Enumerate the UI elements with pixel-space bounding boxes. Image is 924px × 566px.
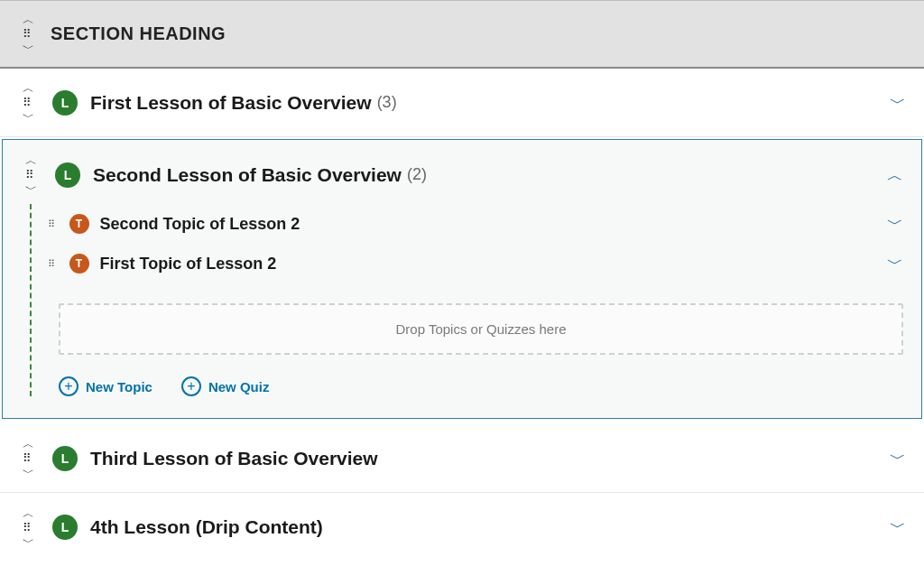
drop-zone[interactable]: Drop Topics or Quizzes here bbox=[59, 303, 903, 355]
lesson-badge-icon: L bbox=[52, 515, 78, 540]
drag-handle-icon[interactable]: ⠿ bbox=[23, 97, 33, 108]
drag-handle-icon[interactable]: ⠿ bbox=[25, 169, 36, 181]
new-topic-button[interactable]: + New Topic bbox=[59, 376, 152, 396]
tree-line bbox=[30, 204, 32, 396]
action-row: + New Topic + New Quiz bbox=[41, 371, 903, 396]
expand-toggle-icon[interactable]: ﹀ bbox=[887, 253, 903, 274]
expand-toggle-icon[interactable]: ﹀ bbox=[890, 448, 906, 469]
lesson-row[interactable]: ︿ ⠿ ﹀ L First Lesson of Basic Overview (… bbox=[0, 69, 924, 137]
lesson-body: ⠿ T Second Topic of Lesson 2 ﹀ ⠿ T First… bbox=[3, 204, 921, 418]
section-heading-row: ︿ ⠿ ﹀ SECTION HEADING bbox=[0, 0, 924, 69]
reorder-controls: ︿ ⠿ ﹀ bbox=[15, 154, 46, 195]
chevron-down-icon[interactable]: ﹀ bbox=[25, 183, 37, 195]
lesson-title: First Lesson of Basic Overview bbox=[90, 92, 372, 114]
expand-toggle-icon[interactable]: ﹀ bbox=[890, 92, 906, 114]
topic-title: First Topic of Lesson 2 bbox=[100, 255, 277, 274]
section-heading-label: SECTION HEADING bbox=[51, 23, 226, 44]
chevron-up-icon[interactable]: ︿ bbox=[23, 82, 34, 94]
lesson-count: (2) bbox=[407, 165, 427, 184]
reorder-controls: ︿ ⠿ ﹀ bbox=[13, 438, 43, 478]
chevron-up-icon[interactable]: ︿ bbox=[23, 14, 34, 25]
topic-badge-icon: T bbox=[69, 254, 89, 274]
reorder-controls: ︿ ⠿ ﹀ bbox=[13, 507, 43, 548]
drag-handle-icon[interactable]: ⠿ bbox=[48, 218, 57, 230]
lesson-row[interactable]: ︿ ⠿ ﹀ L 4th Lesson (Drip Content) ﹀ bbox=[0, 493, 924, 561]
expand-toggle-icon[interactable]: ﹀ bbox=[887, 213, 903, 235]
chevron-up-icon[interactable]: ︿ bbox=[25, 154, 37, 166]
chevron-down-icon[interactable]: ﹀ bbox=[23, 467, 34, 478]
lesson-badge-icon: L bbox=[55, 162, 80, 188]
lesson-header[interactable]: ︿ ⠿ ﹀ L Second Lesson of Basic Overview … bbox=[3, 140, 921, 204]
lesson-title: Second Lesson of Basic Overview bbox=[93, 164, 402, 186]
chevron-up-icon[interactable]: ︿ bbox=[23, 507, 34, 519]
reorder-controls: ︿ ⠿ ﹀ bbox=[13, 82, 43, 123]
drag-handle-icon[interactable]: ⠿ bbox=[23, 28, 33, 40]
collapse-toggle-icon[interactable]: ︿ bbox=[887, 164, 903, 186]
new-topic-label: New Topic bbox=[86, 379, 152, 394]
chevron-down-icon[interactable]: ﹀ bbox=[23, 536, 34, 548]
lesson-row[interactable]: ︿ ⠿ ﹀ L Third Lesson of Basic Overview ﹀ bbox=[0, 424, 924, 493]
plus-circle-icon: + bbox=[59, 376, 79, 396]
expand-toggle-icon[interactable]: ﹀ bbox=[890, 516, 906, 538]
lesson-title: 4th Lesson (Drip Content) bbox=[90, 516, 323, 538]
lesson-title: Third Lesson of Basic Overview bbox=[90, 448, 378, 469]
drag-handle-icon[interactable]: ⠿ bbox=[23, 452, 33, 464]
topic-title: Second Topic of Lesson 2 bbox=[100, 215, 300, 234]
new-quiz-button[interactable]: + New Quiz bbox=[181, 376, 270, 396]
drag-handle-icon[interactable]: ⠿ bbox=[48, 258, 57, 270]
lesson-count: (3) bbox=[377, 93, 397, 112]
new-quiz-label: New Quiz bbox=[208, 379, 270, 394]
lesson-badge-icon: L bbox=[52, 90, 78, 116]
lesson-badge-icon: L bbox=[52, 446, 78, 471]
lesson-row-expanded: ︿ ⠿ ﹀ L Second Lesson of Basic Overview … bbox=[2, 139, 922, 419]
topic-row[interactable]: ⠿ T First Topic of Lesson 2 ﹀ bbox=[41, 244, 903, 283]
chevron-down-icon[interactable]: ﹀ bbox=[23, 42, 34, 54]
plus-circle-icon: + bbox=[181, 376, 201, 396]
topic-badge-icon: T bbox=[69, 214, 89, 234]
chevron-down-icon[interactable]: ﹀ bbox=[23, 111, 34, 123]
drag-handle-icon[interactable]: ⠿ bbox=[23, 522, 33, 534]
topic-row[interactable]: ⠿ T Second Topic of Lesson 2 ﹀ bbox=[41, 204, 903, 244]
reorder-controls: ︿ ⠿ ﹀ bbox=[13, 14, 43, 54]
chevron-up-icon[interactable]: ︿ bbox=[23, 438, 34, 450]
